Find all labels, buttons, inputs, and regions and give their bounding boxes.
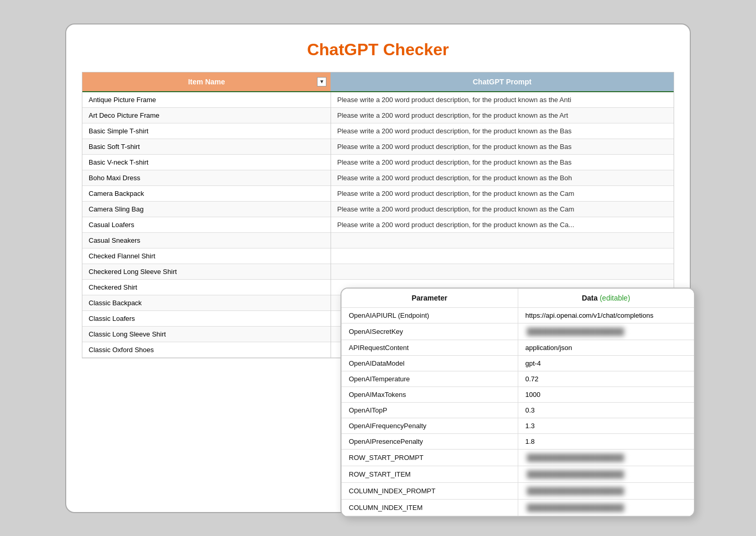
col-header-item: Item Name ▼ — [82, 72, 331, 92]
popup-row: OpenAIDataModelgpt-4 — [342, 355, 694, 371]
table-cell-item: Camera Sling Bag — [82, 201, 331, 217]
table-cell-item: Classic Backpack — [82, 295, 331, 310]
table-row: Checkered Long Sleeve Shirt — [82, 264, 674, 279]
table-cell-item: Boho Maxi Dress — [82, 170, 331, 185]
table-cell-item: Basic Simple T-shirt — [82, 123, 331, 139]
table-cell-prompt — [331, 248, 674, 264]
popup-cell-value[interactable]: https://api.openai.com/v1/chat/completio… — [518, 307, 694, 323]
table-row: Casual LoafersPlease write a 200 word pr… — [82, 217, 674, 232]
table-cell-prompt: Please write a 200 word product descript… — [331, 170, 674, 185]
popup-row: OpenAIFrequencyPenalty1.3 — [342, 418, 694, 433]
popup-row: ROW_START_PROMPT████████████████████ — [342, 449, 694, 466]
table-row: Antique Picture FramePlease write a 200 … — [82, 92, 674, 108]
popup-cell-param: COLUMN_INDEX_PROMPT — [342, 482, 518, 499]
table-cell-prompt: Please write a 200 word product descript… — [331, 217, 674, 232]
table-cell-prompt: Please write a 200 word product descript… — [331, 92, 674, 108]
blurred-value: ████████████████████ — [526, 503, 626, 512]
popup-col-parameter: Parameter — [342, 289, 518, 308]
table-cell-item: Antique Picture Frame — [82, 92, 331, 108]
table-cell-prompt: Please write a 200 word product descript… — [331, 139, 674, 154]
blurred-value: ████████████████████ — [526, 327, 626, 336]
popup-cell-param: ROW_START_ITEM — [342, 466, 518, 482]
popup-cell-value[interactable]: gpt-4 — [518, 355, 694, 371]
popup-row: OpenAITemperature0.72 — [342, 371, 694, 387]
table-cell-prompt — [331, 232, 674, 248]
table-row: Checked Flannel Shirt — [82, 248, 674, 264]
blurred-value: ████████████████████ — [526, 487, 626, 495]
popup-table: Parameter Data (editable) OpenAIAPIURL (… — [342, 289, 694, 516]
popup-cell-value: ████████████████████ — [518, 449, 694, 466]
table-cell-item: Basic V-neck T-shirt — [82, 154, 331, 170]
popup-cell-param: OpenAISecretKey — [342, 323, 518, 340]
table-cell-item: Classic Oxford Shoes — [82, 342, 331, 357]
popup-row: OpenAITopP0.3 — [342, 402, 694, 418]
popup-cell-value[interactable]: 1000 — [518, 387, 694, 402]
table-row: Casual Sneakers — [82, 232, 674, 248]
table-cell-item: Casual Sneakers — [82, 232, 331, 248]
popup-cell-value[interactable]: 1.8 — [518, 433, 694, 449]
popup-cell-value[interactable]: application/json — [518, 340, 694, 355]
table-cell-item: Classic Loafers — [82, 310, 331, 326]
blurred-value: ████████████████████ — [526, 453, 626, 462]
table-cell-item: Camera Backpack — [82, 185, 331, 201]
popup-row: OpenAIPresencePenalty1.8 — [342, 433, 694, 449]
popup-cell-param: OpenAITemperature — [342, 371, 518, 387]
popup-cell-value[interactable]: 0.3 — [518, 402, 694, 418]
app-title: ChatGPT Checker — [82, 40, 674, 59]
table-cell-item: Basic Soft T-shirt — [82, 139, 331, 154]
table-cell-prompt — [331, 264, 674, 279]
popup-cell-param: OpenAIPresencePenalty — [342, 433, 518, 449]
main-card: ChatGPT Checker Item Name ▼ ChatGPT Prom… — [65, 23, 691, 513]
table-cell-prompt: Please write a 200 word product descript… — [331, 107, 674, 123]
popup-cell-value[interactable]: 1.3 — [518, 418, 694, 433]
table-row: Boho Maxi DressPlease write a 200 word p… — [82, 170, 674, 185]
popup-cell-value: ████████████████████ — [518, 482, 694, 499]
table-row: Basic Soft T-shirtPlease write a 200 wor… — [82, 139, 674, 154]
popup-col-editable-label: (editable) — [600, 294, 630, 302]
popup-cell-value: ████████████████████ — [518, 499, 694, 516]
popup-row: APIRequestContentapplication/json — [342, 340, 694, 355]
popup-cell-param: APIRequestContent — [342, 340, 518, 355]
popup-row: COLUMN_INDEX_ITEM████████████████████ — [342, 499, 694, 516]
popup-row: OpenAIMaxTokens1000 — [342, 387, 694, 402]
popup-cell-value[interactable]: 0.72 — [518, 371, 694, 387]
popup-cell-param: ROW_START_PROMPT — [342, 449, 518, 466]
table-cell-prompt: Please write a 200 word product descript… — [331, 201, 674, 217]
table-row: Camera BackpackPlease write a 200 word p… — [82, 185, 674, 201]
table-cell-item: Checkered Shirt — [82, 279, 331, 295]
table-cell-item: Checkered Long Sleeve Shirt — [82, 264, 331, 279]
table-cell-item: Casual Loafers — [82, 217, 331, 232]
popup-cell-value: ████████████████████ — [518, 323, 694, 340]
popup-cell-param: OpenAIFrequencyPenalty — [342, 418, 518, 433]
table-cell-prompt: Please write a 200 word product descript… — [331, 154, 674, 170]
popup-row: OpenAIAPIURL (Endpoint)https://api.opena… — [342, 307, 694, 323]
popup-cell-param: OpenAIAPIURL (Endpoint) — [342, 307, 518, 323]
table-row: Camera Sling BagPlease write a 200 word … — [82, 201, 674, 217]
popup-col-data: Data (editable) — [518, 289, 694, 308]
blurred-value: ████████████████████ — [526, 470, 626, 479]
table-cell-prompt: Please write a 200 word product descript… — [331, 123, 674, 139]
popup-row: OpenAISecretKey████████████████████ — [342, 323, 694, 340]
popup-cell-value: ████████████████████ — [518, 466, 694, 482]
col-header-prompt: ChatGPT Prompt — [331, 72, 674, 92]
table-cell-item: Classic Long Sleeve Shirt — [82, 326, 331, 342]
popup-panel: Parameter Data (editable) OpenAIAPIURL (… — [340, 288, 695, 517]
table-row: Basic V-neck T-shirtPlease write a 200 w… — [82, 154, 674, 170]
popup-cell-param: OpenAIDataModel — [342, 355, 518, 371]
dropdown-arrow-icon[interactable]: ▼ — [317, 77, 326, 86]
popup-row: ROW_START_ITEM████████████████████ — [342, 466, 694, 482]
table-cell-item: Art Deco Picture Frame — [82, 107, 331, 123]
table-cell-item: Checked Flannel Shirt — [82, 248, 331, 264]
table-cell-prompt: Please write a 200 word product descript… — [331, 185, 674, 201]
popup-cell-param: COLUMN_INDEX_ITEM — [342, 499, 518, 516]
table-row: Art Deco Picture FramePlease write a 200… — [82, 107, 674, 123]
popup-row: COLUMN_INDEX_PROMPT████████████████████ — [342, 482, 694, 499]
table-row: Basic Simple T-shirtPlease write a 200 w… — [82, 123, 674, 139]
popup-cell-param: OpenAITopP — [342, 402, 518, 418]
popup-cell-param: OpenAIMaxTokens — [342, 387, 518, 402]
